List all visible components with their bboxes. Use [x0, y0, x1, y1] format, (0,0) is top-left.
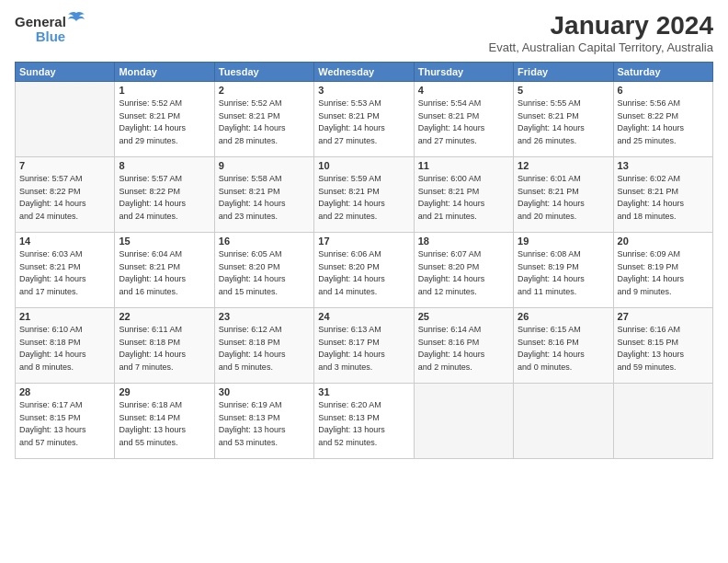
calendar-cell: 7Sunrise: 5:57 AMSunset: 8:22 PMDaylight…	[16, 157, 115, 233]
day-number: 8	[119, 160, 210, 171]
day-number: 27	[618, 311, 709, 322]
day-number: 30	[219, 386, 310, 397]
day-number: 19	[518, 236, 609, 247]
day-number: 20	[618, 236, 709, 247]
day-number: 22	[119, 311, 210, 322]
calendar-cell: 17Sunrise: 6:06 AMSunset: 8:20 PMDayligh…	[314, 233, 414, 308]
calendar-cell: 11Sunrise: 6:00 AMSunset: 8:21 PMDayligh…	[414, 157, 513, 233]
calendar-table: Sunday Monday Tuesday Wednesday Thursday…	[15, 62, 713, 459]
day-number: 17	[318, 236, 409, 247]
day-info: Sunrise: 5:56 AMSunset: 8:22 PMDaylight:…	[618, 98, 709, 147]
day-info: Sunrise: 6:09 AMSunset: 8:19 PMDaylight:…	[618, 248, 709, 298]
day-number: 16	[219, 236, 310, 247]
calendar-cell: 5Sunrise: 5:55 AMSunset: 8:21 PMDaylight…	[514, 82, 613, 157]
col-tuesday: Tuesday	[214, 63, 313, 82]
day-info: Sunrise: 5:57 AMSunset: 8:22 PMDaylight:…	[19, 173, 110, 223]
calendar-cell: 15Sunrise: 6:04 AMSunset: 8:21 PMDayligh…	[115, 233, 214, 308]
calendar-cell: 9Sunrise: 5:58 AMSunset: 8:21 PMDaylight…	[214, 157, 313, 233]
header: General Blue January 2024 Evatt, Austral…	[15, 11, 713, 54]
calendar-cell: 16Sunrise: 6:05 AMSunset: 8:20 PMDayligh…	[214, 233, 313, 308]
day-info: Sunrise: 6:04 AMSunset: 8:21 PMDaylight:…	[119, 248, 210, 298]
calendar-week-5: 28Sunrise: 6:17 AMSunset: 8:15 PMDayligh…	[16, 384, 713, 459]
day-info: Sunrise: 6:13 AMSunset: 8:17 PMDaylight:…	[318, 324, 409, 373]
day-number: 2	[219, 85, 310, 96]
logo-blue: Blue	[36, 29, 66, 44]
day-info: Sunrise: 5:55 AMSunset: 8:21 PMDaylight:…	[518, 98, 609, 147]
calendar-cell	[414, 384, 513, 459]
calendar-cell: 28Sunrise: 6:17 AMSunset: 8:15 PMDayligh…	[16, 384, 115, 459]
day-number: 24	[318, 311, 409, 322]
day-info: Sunrise: 5:59 AMSunset: 8:21 PMDaylight:…	[318, 173, 409, 223]
logo-bird-icon	[66, 11, 86, 32]
day-info: Sunrise: 6:19 AMSunset: 8:13 PMDaylight:…	[219, 399, 310, 449]
day-info: Sunrise: 5:58 AMSunset: 8:21 PMDaylight:…	[219, 173, 310, 223]
day-info: Sunrise: 6:15 AMSunset: 8:16 PMDaylight:…	[518, 324, 609, 373]
calendar-cell: 13Sunrise: 6:02 AMSunset: 8:21 PMDayligh…	[613, 157, 712, 233]
day-number: 3	[318, 85, 409, 96]
day-number: 11	[418, 160, 509, 171]
day-number: 9	[219, 160, 310, 171]
calendar-week-3: 14Sunrise: 6:03 AMSunset: 8:21 PMDayligh…	[16, 233, 713, 308]
calendar-cell: 8Sunrise: 5:57 AMSunset: 8:22 PMDaylight…	[115, 157, 214, 233]
day-number: 10	[318, 160, 409, 171]
day-number: 12	[518, 160, 609, 171]
day-info: Sunrise: 6:02 AMSunset: 8:21 PMDaylight:…	[618, 173, 709, 223]
logo-general: General	[15, 14, 66, 29]
calendar-cell: 6Sunrise: 5:56 AMSunset: 8:22 PMDaylight…	[613, 82, 712, 157]
calendar-cell: 2Sunrise: 5:52 AMSunset: 8:21 PMDaylight…	[214, 82, 313, 157]
logo: General Blue	[15, 11, 86, 44]
col-saturday: Saturday	[613, 63, 712, 82]
day-info: Sunrise: 5:57 AMSunset: 8:22 PMDaylight:…	[119, 173, 210, 223]
calendar-cell: 20Sunrise: 6:09 AMSunset: 8:19 PMDayligh…	[613, 233, 712, 308]
day-info: Sunrise: 6:20 AMSunset: 8:13 PMDaylight:…	[318, 399, 409, 449]
calendar-cell: 4Sunrise: 5:54 AMSunset: 8:21 PMDaylight…	[414, 82, 513, 157]
day-info: Sunrise: 6:12 AMSunset: 8:18 PMDaylight:…	[219, 324, 310, 373]
day-info: Sunrise: 6:08 AMSunset: 8:19 PMDaylight:…	[518, 248, 609, 298]
col-friday: Friday	[514, 63, 613, 82]
day-info: Sunrise: 6:00 AMSunset: 8:21 PMDaylight:…	[418, 173, 509, 223]
day-info: Sunrise: 6:10 AMSunset: 8:18 PMDaylight:…	[19, 324, 110, 373]
calendar-cell: 27Sunrise: 6:16 AMSunset: 8:15 PMDayligh…	[613, 308, 712, 384]
calendar-cell: 10Sunrise: 5:59 AMSunset: 8:21 PMDayligh…	[314, 157, 414, 233]
location-title: Evatt, Australian Capital Territory, Aus…	[489, 40, 713, 54]
day-number: 26	[518, 311, 609, 322]
day-number: 5	[518, 85, 609, 96]
calendar-cell: 3Sunrise: 5:53 AMSunset: 8:21 PMDaylight…	[314, 82, 414, 157]
day-number: 4	[418, 85, 509, 96]
day-number: 29	[119, 386, 210, 397]
title-area: January 2024 Evatt, Australian Capital T…	[489, 11, 713, 54]
col-monday: Monday	[115, 63, 214, 82]
day-number: 21	[19, 311, 110, 322]
calendar-cell: 23Sunrise: 6:12 AMSunset: 8:18 PMDayligh…	[214, 308, 313, 384]
day-info: Sunrise: 5:52 AMSunset: 8:21 PMDaylight:…	[219, 98, 310, 147]
day-number: 31	[318, 386, 409, 397]
calendar-week-4: 21Sunrise: 6:10 AMSunset: 8:18 PMDayligh…	[16, 308, 713, 384]
day-info: Sunrise: 5:54 AMSunset: 8:21 PMDaylight:…	[418, 98, 509, 147]
calendar-cell: 26Sunrise: 6:15 AMSunset: 8:16 PMDayligh…	[514, 308, 613, 384]
day-info: Sunrise: 6:17 AMSunset: 8:15 PMDaylight:…	[19, 399, 110, 449]
calendar-cell: 19Sunrise: 6:08 AMSunset: 8:19 PMDayligh…	[514, 233, 613, 308]
calendar-cell	[16, 82, 115, 157]
day-info: Sunrise: 6:06 AMSunset: 8:20 PMDaylight:…	[318, 248, 409, 298]
calendar-cell: 24Sunrise: 6:13 AMSunset: 8:17 PMDayligh…	[314, 308, 414, 384]
calendar-cell: 25Sunrise: 6:14 AMSunset: 8:16 PMDayligh…	[414, 308, 513, 384]
calendar-cell	[613, 384, 712, 459]
calendar-cell: 22Sunrise: 6:11 AMSunset: 8:18 PMDayligh…	[115, 308, 214, 384]
day-info: Sunrise: 6:07 AMSunset: 8:20 PMDaylight:…	[418, 248, 509, 298]
day-number: 25	[418, 311, 509, 322]
month-title: January 2024	[489, 11, 713, 40]
day-info: Sunrise: 6:01 AMSunset: 8:21 PMDaylight:…	[518, 173, 609, 223]
day-info: Sunrise: 6:11 AMSunset: 8:18 PMDaylight:…	[119, 324, 210, 373]
day-info: Sunrise: 5:52 AMSunset: 8:21 PMDaylight:…	[119, 98, 210, 147]
day-number: 14	[19, 236, 110, 247]
day-number: 15	[119, 236, 210, 247]
day-info: Sunrise: 6:16 AMSunset: 8:15 PMDaylight:…	[618, 324, 709, 373]
page: General Blue January 2024 Evatt, Austral…	[0, 0, 728, 563]
day-number: 28	[19, 386, 110, 397]
calendar-cell: 21Sunrise: 6:10 AMSunset: 8:18 PMDayligh…	[16, 308, 115, 384]
col-sunday: Sunday	[16, 63, 115, 82]
day-number: 7	[19, 160, 110, 171]
calendar-cell: 14Sunrise: 6:03 AMSunset: 8:21 PMDayligh…	[16, 233, 115, 308]
day-number: 1	[119, 85, 210, 96]
header-row: Sunday Monday Tuesday Wednesday Thursday…	[16, 63, 713, 82]
